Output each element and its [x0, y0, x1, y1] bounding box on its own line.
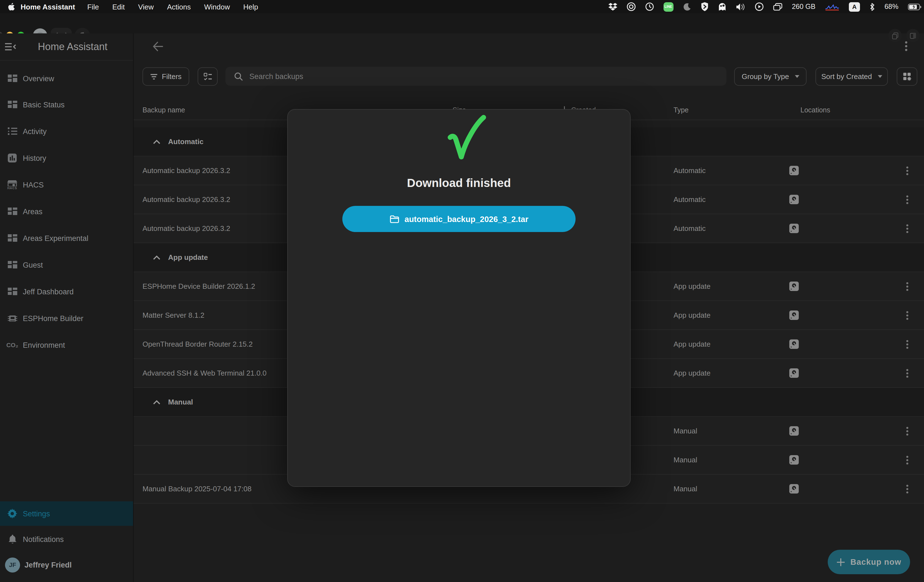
history-chart-icon — [7, 153, 18, 162]
harddisk-icon — [789, 310, 799, 320]
user-avatar: JF — [5, 557, 20, 572]
sidebar-item-environment[interactable]: CO₂ Environment — [0, 333, 133, 357]
backup-type: Automatic — [673, 224, 785, 232]
group-by-dropdown[interactable]: Group by Type — [734, 67, 807, 86]
row-menu-button[interactable] — [906, 282, 908, 291]
macos-menubar: Home Assistant File Edit View Actions Wi… — [0, 0, 924, 13]
line-app-icon[interactable]: LINE — [663, 2, 673, 12]
row-menu-button[interactable] — [906, 484, 908, 493]
battery-icon — [908, 3, 922, 10]
selection-mode-button[interactable] — [198, 67, 218, 86]
download-finished-dialog: Download finished automatic_backup_2026_… — [287, 109, 631, 487]
menu-edit[interactable]: Edit — [112, 3, 125, 11]
folder-icon — [389, 215, 399, 223]
success-check-icon — [436, 114, 489, 170]
row-menu-button[interactable] — [906, 369, 908, 378]
sidebar-item-esphome-builder[interactable]: ESPHome Builder — [0, 306, 133, 330]
download-file-button[interactable]: automatic_backup_2026_3_2.tar — [342, 206, 576, 232]
sidebar-item-activity[interactable]: Activity — [0, 119, 133, 143]
menubar-app-name[interactable]: Home Assistant — [21, 3, 75, 11]
back-button[interactable] — [150, 39, 165, 53]
row-menu-button[interactable] — [906, 340, 908, 349]
chevron-down-icon — [878, 75, 882, 78]
sidebar-item-label: Guest — [23, 260, 43, 269]
dropbox-icon[interactable] — [608, 3, 617, 11]
sidebar-user[interactable]: JF Jeffrey Friedl — [0, 552, 133, 577]
row-menu-button[interactable] — [906, 427, 908, 435]
bluetooth-icon[interactable] — [870, 3, 875, 11]
gear-icon — [7, 509, 18, 519]
dashboard-icon — [7, 261, 18, 269]
col-locations[interactable]: Locations — [785, 106, 924, 114]
sidebar: Home Assistant Overview Basic Status Act… — [0, 33, 134, 582]
filters-button[interactable]: Filters — [142, 67, 189, 86]
sidebar-item-areas[interactable]: Areas — [0, 199, 133, 224]
menu-help[interactable]: Help — [243, 3, 258, 11]
window-titlebar — [0, 13, 924, 33]
table-settings-button[interactable] — [897, 67, 917, 86]
volume-icon[interactable] — [736, 3, 745, 11]
sidebar-item-label: Basic Status — [23, 101, 64, 109]
backup-type: Manual — [673, 427, 785, 435]
ghost-icon[interactable] — [718, 2, 726, 11]
chip-icon — [7, 314, 18, 322]
input-source-indicator[interactable]: A — [849, 2, 860, 12]
apple-menu-icon[interactable] — [8, 3, 15, 11]
sidebar-item-label: Jeff Dashboard — [23, 287, 74, 296]
row-menu-button[interactable] — [906, 224, 908, 233]
menu-actions[interactable]: Actions — [167, 3, 191, 11]
sidebar-item-label: Environment — [23, 341, 65, 349]
search-input[interactable] — [249, 72, 695, 81]
chevron-up-icon — [153, 255, 160, 260]
search-bar[interactable] — [225, 67, 726, 86]
user-name: Jeffrey Friedl — [25, 561, 72, 569]
menu-window[interactable]: Window — [204, 3, 230, 11]
battery-percent: 68% — [884, 3, 898, 11]
storage-indicator[interactable]: 260 GB — [792, 3, 815, 11]
sidebar-item-notifications[interactable]: Notifications — [0, 527, 133, 551]
sidebar-item-history[interactable]: History — [0, 146, 133, 170]
sidebar-item-settings[interactable]: Settings — [0, 501, 133, 526]
sidebar-item-label: ESPHome Builder — [23, 314, 84, 322]
sidebar-item-areas-experimental[interactable]: Areas Experimental — [0, 226, 133, 251]
harddisk-icon — [789, 224, 799, 233]
col-type[interactable]: Type — [673, 106, 785, 114]
harddisk-icon — [789, 426, 799, 436]
sidebar-item-basic-status[interactable]: Basic Status — [0, 92, 133, 117]
moon-icon[interactable] — [683, 3, 691, 11]
chevron-down-icon — [795, 75, 799, 78]
row-menu-button[interactable] — [906, 311, 908, 320]
time-machine-icon[interactable] — [645, 2, 654, 11]
co2-icon-text: CO₂ — [7, 341, 18, 348]
sort-by-label: Sort by Created — [821, 73, 872, 81]
menu-view[interactable]: View — [138, 3, 153, 11]
sidebar-divider — [0, 60, 133, 61]
row-menu-button[interactable] — [906, 455, 908, 464]
shield-icon[interactable] — [701, 2, 708, 11]
network-graph-icon[interactable] — [825, 3, 840, 10]
sidebar-item-guest[interactable]: Guest — [0, 252, 133, 277]
sidebar-item-hacs[interactable]: HACS HACS — [0, 173, 133, 197]
sort-by-dropdown[interactable]: Sort by Created — [815, 67, 888, 86]
sidebar-item-label: Notifications — [23, 535, 64, 543]
onepassword-icon[interactable] — [627, 2, 635, 11]
backup-now-button[interactable]: Backup now — [828, 550, 910, 574]
sidebar-item-jeff-dashboard[interactable]: Jeff Dashboard — [0, 279, 133, 304]
now-playing-icon[interactable] — [754, 2, 764, 11]
overflow-menu-button[interactable] — [901, 39, 912, 53]
sidebar-collapse-icon[interactable] — [5, 42, 17, 51]
dialog-title: Download finished — [288, 176, 630, 190]
bell-icon — [7, 534, 18, 544]
row-menu-button[interactable] — [906, 166, 908, 175]
search-icon — [234, 72, 243, 81]
row-menu-button[interactable] — [906, 195, 908, 204]
checklist-icon — [203, 73, 212, 81]
menu-file[interactable]: File — [87, 3, 99, 11]
sidebar-item-label: Overview — [23, 74, 54, 82]
harddisk-icon — [789, 368, 799, 378]
backup-type: App update — [673, 340, 785, 348]
backup-type: Automatic — [673, 195, 785, 204]
mirroring-icon[interactable] — [773, 3, 782, 11]
backup-type: App update — [673, 311, 785, 319]
sidebar-item-overview[interactable]: Overview — [0, 66, 133, 91]
